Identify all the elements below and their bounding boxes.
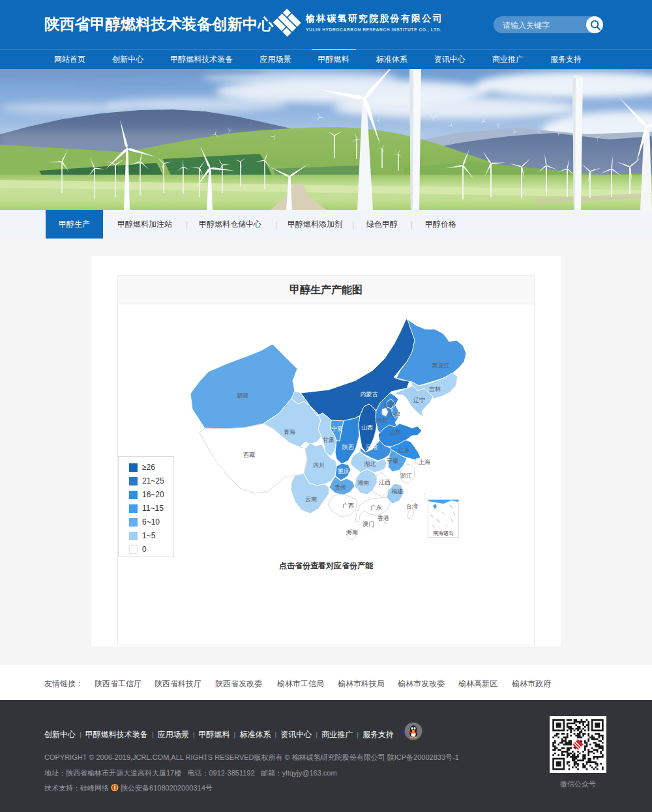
svg-text:宁夏: 宁夏 xyxy=(331,426,343,432)
svg-text:江西: 江西 xyxy=(379,479,391,486)
svg-text:甘肃: 甘肃 xyxy=(323,437,334,443)
svg-text:山东: 山东 xyxy=(389,429,401,435)
svg-text:海南: 海南 xyxy=(346,529,358,536)
svg-text:吉林: 吉林 xyxy=(429,386,441,392)
svg-text:山西: 山西 xyxy=(361,424,373,431)
svg-text:广西: 广西 xyxy=(342,502,354,509)
svg-text:青海: 青海 xyxy=(284,429,295,435)
svg-text:贵州: 贵州 xyxy=(334,484,346,491)
svg-text:湖南: 湖南 xyxy=(357,480,369,486)
svg-text:福建: 福建 xyxy=(391,488,403,495)
svg-text:南海诸岛: 南海诸岛 xyxy=(433,530,454,536)
svg-text:湖北: 湖北 xyxy=(364,461,376,467)
svg-text:台湾: 台湾 xyxy=(406,503,418,510)
svg-text:西藏: 西藏 xyxy=(243,452,255,458)
svg-text:内蒙古: 内蒙古 xyxy=(361,391,378,398)
svg-text:天津: 天津 xyxy=(389,411,400,418)
svg-text:浙江: 浙江 xyxy=(400,472,412,479)
svg-text:安徽: 安徽 xyxy=(387,457,398,464)
svg-text:云南: 云南 xyxy=(305,496,317,502)
svg-text:澳门: 澳门 xyxy=(363,521,374,527)
svg-text:江苏: 江苏 xyxy=(398,447,410,454)
svg-text:广东: 广东 xyxy=(370,504,382,511)
svg-text:辽宁: 辽宁 xyxy=(413,397,425,403)
svg-text:重庆: 重庆 xyxy=(338,468,349,474)
svg-text:四川: 四川 xyxy=(313,462,325,469)
svg-text:香港: 香港 xyxy=(378,515,389,521)
svg-text:陕西: 陕西 xyxy=(342,444,354,450)
svg-text:北京: 北京 xyxy=(383,401,395,407)
svg-text:上海: 上海 xyxy=(419,459,430,465)
svg-text:新疆: 新疆 xyxy=(237,392,248,399)
svg-text:河北: 河北 xyxy=(376,417,387,424)
svg-text:黑龙江: 黑龙江 xyxy=(432,362,450,369)
svg-text:河南: 河南 xyxy=(366,444,378,450)
